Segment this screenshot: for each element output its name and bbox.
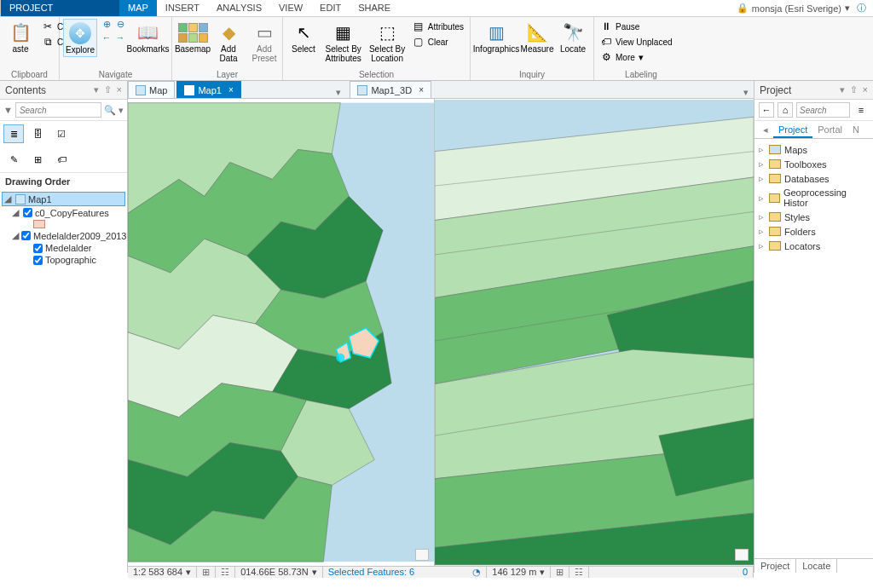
project-item-maps[interactable]: ▹Maps	[756, 142, 871, 157]
view-tab-map1[interactable]: Map1 ×	[176, 81, 240, 98]
collapse-icon[interactable]: ◢	[4, 193, 13, 205]
add-data-button[interactable]: ◆ Add Data	[211, 19, 246, 65]
zoom-full-icon[interactable]: ⊕	[101, 19, 113, 31]
view-tab-map1-3d[interactable]: Map1_3D ×	[350, 81, 431, 98]
list-by-selection-icon[interactable]: ☑	[51, 124, 72, 143]
measure-button[interactable]: 📐 Measure	[520, 19, 554, 55]
expand-icon[interactable]: ▹	[759, 193, 766, 204]
collapse-icon[interactable]: ◢	[12, 230, 19, 241]
basemap-button[interactable]: Basemap	[176, 19, 210, 55]
back-button[interactable]: ←	[759, 102, 774, 118]
map-canvas-3d[interactable]	[435, 99, 754, 566]
select-by-loc-button[interactable]: ⬚ Select By Location	[366, 19, 408, 65]
tab-analysis[interactable]: ANALYSIS	[208, 0, 270, 16]
expand-icon[interactable]: ▹	[759, 211, 766, 222]
chevron-down-icon[interactable]: ▾	[540, 567, 545, 578]
close-icon[interactable]: ×	[228, 85, 234, 95]
menu-icon[interactable]: ≡	[853, 102, 869, 118]
next-extent-icon[interactable]: →	[114, 32, 126, 44]
dropdown-icon[interactable]: ▾	[840, 84, 845, 95]
pin-icon[interactable]: ⇧	[850, 84, 858, 95]
map-canvas-2d[interactable]	[128, 99, 434, 566]
expand-icon[interactable]: ▹	[759, 144, 766, 155]
add-preset-button[interactable]: ▭ Add Preset	[247, 19, 281, 65]
list-by-source-icon[interactable]: 🗄	[27, 124, 48, 143]
zoom-sel-icon[interactable]: ⊖	[114, 19, 126, 31]
bookmarks-button[interactable]: 📖 Bookmarks	[128, 19, 168, 55]
scale-3d-cell[interactable]: 146 129 m ▾	[487, 567, 551, 578]
tree-layer-node[interactable]: ◢ Medelalder2009_2013	[2, 229, 125, 242]
contents-search-input[interactable]	[15, 102, 101, 118]
list-by-drawing-icon[interactable]: ≣	[3, 124, 24, 143]
view-tab-map[interactable]: Map	[128, 81, 175, 98]
explore-button[interactable]: Explore	[63, 19, 97, 57]
home-button[interactable]: ⌂	[778, 102, 793, 118]
list-by-snapping-icon[interactable]: ⊞	[27, 150, 48, 169]
tab-share[interactable]: SHARE	[350, 0, 399, 16]
pin-icon[interactable]: ⇧	[104, 84, 112, 95]
tab-view[interactable]: VIEW	[270, 0, 311, 16]
view-menu-icon[interactable]: ▾	[738, 87, 754, 98]
project-item-toolboxes[interactable]: ▹Toolboxes	[756, 157, 871, 171]
chevron-down-icon[interactable]: ▾	[119, 105, 124, 116]
tab-insert[interactable]: INSERT	[157, 0, 208, 16]
layer-visibility-checkbox[interactable]	[23, 208, 32, 217]
view-menu-icon[interactable]: ▾	[331, 87, 346, 98]
selected-3d-cell[interactable]: 0	[589, 567, 754, 578]
expand-icon[interactable]: ▹	[759, 226, 766, 237]
attributes-button[interactable]: ▤ Attributes	[410, 19, 466, 34]
list-by-editing-icon[interactable]: ✎	[3, 150, 24, 169]
project-item-styles[interactable]: ▹Styles	[756, 210, 871, 224]
collapse-icon[interactable]: ◢	[12, 207, 20, 218]
coords-cell[interactable]: 014.66E 58.73N ▾	[235, 567, 323, 578]
tab-edit[interactable]: EDIT	[311, 0, 350, 16]
grid-button-3d[interactable]: ☷	[569, 567, 589, 578]
grid-button[interactable]: ☷	[216, 567, 235, 578]
project-search-input[interactable]	[796, 102, 850, 118]
select-by-attr-button[interactable]: ▦ Select By Attributes	[322, 19, 364, 65]
tree-sublayer-node[interactable]: Medelalder	[2, 242, 125, 254]
close-icon[interactable]: ×	[863, 84, 868, 95]
bottom-tab-locate[interactable]: Locate	[796, 559, 837, 573]
map-3d-view[interactable]	[435, 99, 754, 566]
select-button[interactable]: ↖ Select	[286, 19, 321, 55]
project-tab-project[interactable]: Project	[773, 123, 812, 138]
scale-cell[interactable]: 1:2 583 684 ▾	[128, 567, 197, 578]
close-icon[interactable]: ×	[117, 84, 122, 95]
locate-button[interactable]: 🔭 Locate	[556, 19, 590, 55]
view-options-icon[interactable]	[415, 549, 429, 561]
chevron-down-icon[interactable]: ▾	[186, 567, 191, 578]
tree-layer-node[interactable]: ◢ c0_CopyFeatures	[2, 206, 125, 219]
layer-visibility-checkbox[interactable]	[33, 244, 43, 253]
project-tab-portal[interactable]: Portal	[812, 123, 847, 138]
tab-project[interactable]: PROJECT	[0, 0, 119, 16]
user-menu[interactable]: 🔒 monsja (Esri Sverige) ▾ ⓘ	[730, 0, 873, 16]
snap-button-3d[interactable]: ⊞	[551, 567, 569, 578]
tree-sublayer-node[interactable]: Topographic	[2, 254, 125, 266]
dropdown-icon[interactable]: ▾	[94, 84, 99, 95]
infographics-button[interactable]: ▥ Infographics	[474, 19, 518, 55]
more-labeling-button[interactable]: ⚙ More ▾	[598, 49, 675, 65]
clear-button[interactable]: ▢ Clear	[410, 34, 466, 49]
pause-labeling-button[interactable]: ⏸ Pause	[598, 19, 675, 34]
view-options-icon[interactable]	[735, 549, 749, 561]
prev-extent-icon[interactable]: ←	[101, 32, 113, 44]
layer-visibility-checkbox[interactable]	[21, 231, 31, 240]
layer-visibility-checkbox[interactable]	[33, 256, 43, 265]
search-icon[interactable]: 🔍	[104, 105, 116, 116]
project-item-locators[interactable]: ▹Locators	[756, 239, 871, 253]
selected-features-cell[interactable]: Selected Features: 6 ◔	[323, 567, 488, 578]
view-unplaced-button[interactable]: 🏷 View Unplaced	[598, 34, 675, 49]
list-by-labeling-icon[interactable]: 🏷	[51, 150, 72, 169]
chevron-down-icon[interactable]: ▾	[312, 567, 317, 578]
close-icon[interactable]: ×	[419, 85, 424, 95]
tab-map[interactable]: MAP	[119, 0, 157, 16]
paste-button[interactable]: 📋 aste	[3, 19, 38, 55]
project-item-databases[interactable]: ▹Databases	[756, 171, 871, 186]
expand-icon[interactable]: ▹	[759, 173, 766, 184]
project-tab-more[interactable]: N	[847, 123, 864, 138]
expand-icon[interactable]: ▹	[759, 240, 766, 251]
filter-icon[interactable]: ▼	[3, 105, 13, 115]
project-item-geoprocessing[interactable]: ▹Geoprocessing Histor	[756, 186, 871, 210]
bottom-tab-project[interactable]: Project	[754, 559, 796, 573]
